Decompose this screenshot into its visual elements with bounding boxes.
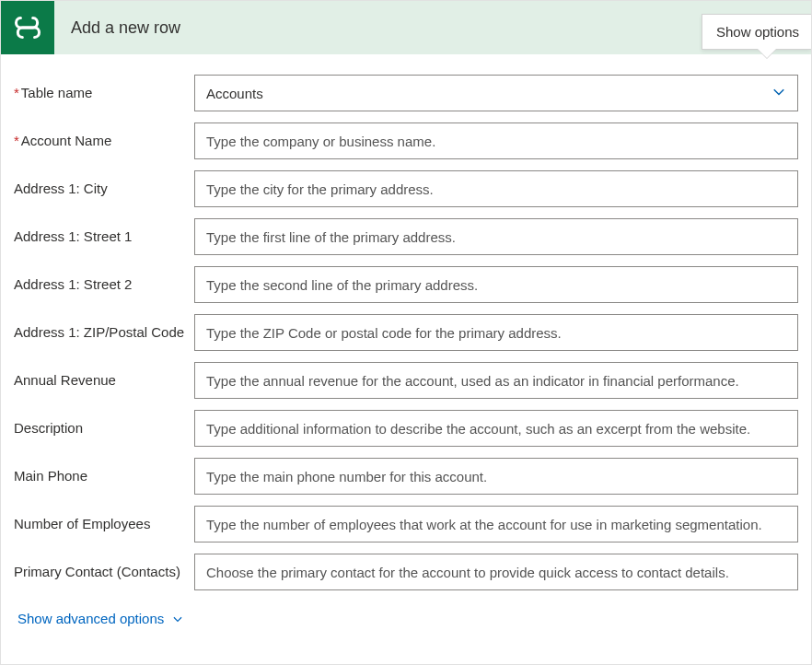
main-phone-input[interactable] bbox=[194, 458, 798, 495]
address-street1-input[interactable] bbox=[194, 218, 798, 255]
form-row-main-phone: Main Phone bbox=[14, 458, 798, 495]
label-address-zip: Address 1: ZIP/Postal Code bbox=[14, 314, 194, 342]
label-address-street2: Address 1: Street 2 bbox=[14, 266, 194, 294]
dataverse-icon bbox=[12, 12, 43, 43]
num-employees-input[interactable] bbox=[194, 506, 798, 542]
form-container: *Table name Accounts *Account Name Addre… bbox=[1, 54, 811, 626]
address-street2-input[interactable] bbox=[194, 266, 798, 303]
form-row-description: Description bbox=[14, 410, 798, 447]
header-bar: Add a new row Show options bbox=[1, 1, 811, 54]
chevron-down-icon bbox=[171, 612, 184, 625]
description-input[interactable] bbox=[194, 410, 798, 447]
required-asterisk: * bbox=[14, 85, 19, 100]
form-row-account-name: *Account Name bbox=[14, 122, 798, 159]
app-icon bbox=[1, 1, 54, 54]
form-row-address-street2: Address 1: Street 2 bbox=[14, 266, 798, 303]
label-annual-revenue: Annual Revenue bbox=[14, 362, 194, 390]
primary-contact-input[interactable] bbox=[194, 554, 798, 590]
table-name-value: Accounts bbox=[206, 86, 263, 101]
advanced-options-label: Show advanced options bbox=[17, 611, 164, 626]
table-name-select[interactable]: Accounts bbox=[194, 75, 798, 111]
label-account-name: *Account Name bbox=[14, 122, 194, 150]
address-zip-input[interactable] bbox=[194, 314, 798, 351]
address-city-input[interactable] bbox=[194, 170, 798, 207]
label-primary-contact: Primary Contact (Contacts) bbox=[14, 554, 194, 581]
label-main-phone: Main Phone bbox=[14, 458, 194, 485]
label-address-street1: Address 1: Street 1 bbox=[14, 218, 194, 246]
show-advanced-options-link[interactable]: Show advanced options bbox=[17, 611, 184, 626]
form-row-table-name: *Table name Accounts bbox=[14, 75, 798, 111]
label-description: Description bbox=[14, 410, 194, 438]
form-row-primary-contact: Primary Contact (Contacts) bbox=[14, 554, 798, 590]
page-title: Add a new row bbox=[71, 18, 180, 38]
required-asterisk: * bbox=[14, 133, 19, 148]
form-row-address-zip: Address 1: ZIP/Postal Code bbox=[14, 314, 798, 351]
account-name-input[interactable] bbox=[194, 122, 798, 159]
show-options-label: Show options bbox=[716, 24, 799, 40]
annual-revenue-input[interactable] bbox=[194, 362, 798, 399]
form-row-annual-revenue: Annual Revenue bbox=[14, 362, 798, 399]
form-row-num-employees: Number of Employees bbox=[14, 506, 798, 542]
form-row-address-city: Address 1: City bbox=[14, 170, 798, 207]
label-num-employees: Number of Employees bbox=[14, 506, 194, 533]
label-address-city: Address 1: City bbox=[14, 170, 194, 198]
label-table-name: *Table name bbox=[14, 75, 194, 102]
form-row-address-street1: Address 1: Street 1 bbox=[14, 218, 798, 255]
show-options-tooltip[interactable]: Show options bbox=[702, 14, 811, 50]
